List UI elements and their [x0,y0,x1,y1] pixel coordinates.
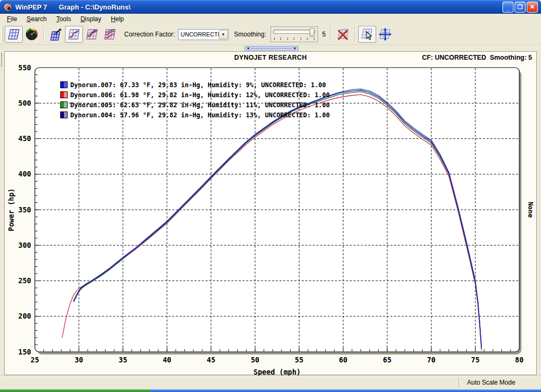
window-app-title: WinPEP 7 [15,3,47,11]
graph-3d-button[interactable] [47,26,65,43]
select-graph-button[interactable] [358,26,376,43]
x-tick-label: 60 [339,356,347,364]
pan-graph-button[interactable] [376,26,394,43]
graph-multi-runs-button[interactable] [101,26,119,43]
chart-surface[interactable]: 2530354045505560657075801502002503003504… [5,52,537,376]
gauge-icon [25,27,39,41]
graph-multi-runs-icon [103,27,117,41]
menu-search[interactable]: Search [22,14,51,24]
graph-single-run-button[interactable] [65,26,83,43]
y-tick-label: 300 [18,241,31,249]
toolbar-separator [355,26,356,42]
smoothing-slider-thumb[interactable] [310,28,314,36]
y-tick-label: 550 [18,63,31,72]
start-button-edge[interactable] [0,389,150,392]
y-tick-label: 150 [18,348,31,356]
smoothing-value: 5 [322,31,326,38]
x-tick-label: 65 [383,356,391,364]
select-cursor-icon [360,27,374,41]
panel-resize-grip[interactable] [1,53,3,67]
splitter-dots [251,48,292,49]
x-tick-label: 75 [471,356,480,364]
app-icon [3,3,12,12]
winpep-window: WinPEP 7 Graph - C:\DynoRuns\ _ ❐ ✕ File… [0,0,541,392]
graph-overlay-runs-icon [85,27,99,41]
toolbar-separator [43,26,44,42]
smoothing-slider-ticks [274,38,314,40]
y-tick-label: 450 [18,134,31,143]
graph-panel: DYNOJET RESEARCH CF: UNCORRECTED Smoothi… [4,51,537,375]
x-tick-label: 30 [74,356,83,364]
smoothing-label: Smoothing: [234,31,266,38]
graph-3d-arrow-icon [49,27,63,41]
status-bar: Auto Scale Mode [0,376,541,389]
minimize-button[interactable]: _ [502,2,514,13]
taskbar-edge-highlight [150,389,541,390]
close-button[interactable]: ✕ [527,2,538,13]
table-view-button[interactable] [5,26,23,43]
x-tick-label: 35 [119,356,127,364]
pan-arrows-icon [378,27,392,41]
chevron-down-icon[interactable]: ▼ [219,30,228,39]
x-tick-label: 25 [31,356,39,364]
collapse-splitter-handle[interactable] [245,46,299,51]
y-axis-title: Power (hp) [7,188,15,231]
x-axis-title: Speed (mph) [254,368,301,376]
delete-graph-button[interactable] [334,26,352,43]
toolbar-separator [330,26,331,42]
y-tick-label: 500 [18,99,31,107]
smoothing-slider[interactable] [270,26,318,42]
delete-graph-icon [336,27,350,41]
x-tick-label: 80 [515,356,524,364]
menu-bar: File Search Tools Display Help [0,14,541,24]
menu-display[interactable]: Display [76,14,106,24]
x-tick-label: 45 [207,356,215,364]
splitter-arrow-left-icon [247,48,250,50]
graph-single-run-icon [67,27,81,41]
y-tick-label: 200 [18,312,31,320]
menu-file[interactable]: File [2,14,22,24]
splitter-arrow-right-icon [293,48,296,50]
right-axis-title: None [527,202,535,218]
correction-factor-label: Correction Factor: [124,31,175,38]
scale-mode-status: Auto Scale Mode [467,379,515,386]
y-tick-label: 350 [18,206,31,214]
y-tick-label: 250 [18,276,31,285]
menu-tools[interactable]: Tools [51,14,76,24]
toolbar: Correction Factor: UNCORRECTED ▼ Smoothi… [0,24,541,45]
toolbar-grip[interactable] [1,26,3,42]
correction-factor-dropdown[interactable]: UNCORRECTED ▼ [178,29,229,40]
y-tick-label: 400 [18,170,31,178]
menu-help[interactable]: Help [106,14,129,24]
status-bar-divider [459,378,460,388]
x-tick-label: 50 [251,356,259,364]
restore-button[interactable]: ❐ [515,2,526,13]
table-grid-icon [7,27,21,41]
smoothing-slider-track[interactable] [273,30,315,34]
x-tick-label: 70 [427,356,435,364]
correction-factor-value: UNCORRECTED [179,31,219,38]
x-tick-label: 55 [295,356,303,364]
x-tick-label: 40 [163,356,171,364]
window-doc-title: Graph - C:\DynoRuns\ [59,3,130,11]
title-bar[interactable]: WinPEP 7 Graph - C:\DynoRuns\ _ ❐ ✕ [0,0,541,14]
gauge-view-button[interactable] [23,26,41,43]
graph-overlay-runs-button[interactable] [83,26,101,43]
